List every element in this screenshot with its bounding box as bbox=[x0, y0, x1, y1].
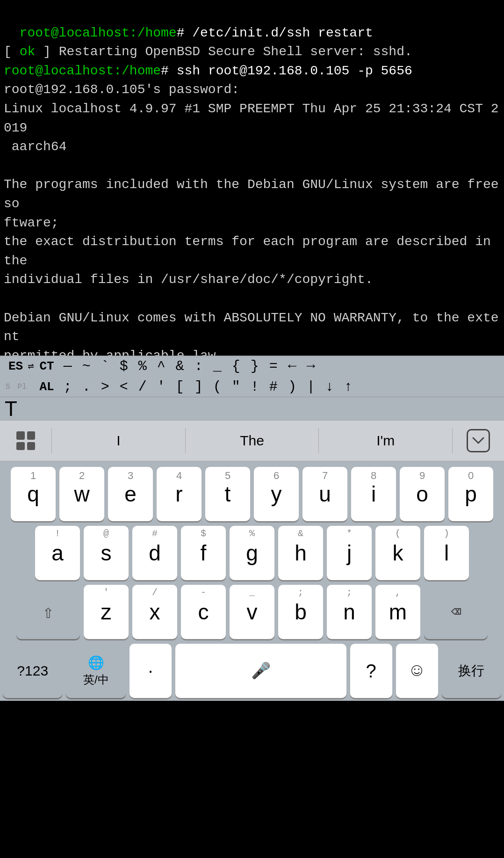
key-q[interactable]: 1 q bbox=[11, 467, 56, 521]
keyboard: 1 q 2 w 3 e 4 r 5 t 6 y 7 u 8 i bbox=[0, 461, 504, 701]
key-k[interactable]: ( k bbox=[375, 526, 420, 580]
suggestion-grid[interactable] bbox=[0, 421, 51, 461]
key-e[interactable]: 3 e bbox=[108, 467, 153, 521]
key-s[interactable]: @ s bbox=[84, 526, 129, 580]
prompt-1: root@localhost:/home bbox=[20, 26, 177, 40]
key-n[interactable]: ; n bbox=[327, 585, 372, 639]
es-label: ES bbox=[5, 359, 27, 373]
key-g[interactable]: % g bbox=[230, 526, 274, 580]
key-row-bottom: ?123 🌐 英/中 · 🎤 ? ☺ 换行 bbox=[3, 644, 501, 698]
key-a[interactable]: ! a bbox=[35, 526, 80, 580]
key-x[interactable]: / x bbox=[132, 585, 177, 639]
key-row-3: ⇧ ' z / x - c _ v ; b ; n , m bbox=[3, 585, 501, 639]
key-123[interactable]: ?123 bbox=[3, 644, 62, 698]
special-char-bar: ES ⇌ S Pl CT — ~ ` $ % ^ & : _ { } = ← →… bbox=[0, 356, 504, 397]
key-m[interactable]: , m bbox=[375, 585, 420, 639]
key-emoji[interactable]: ☺ bbox=[396, 644, 438, 698]
key-t[interactable]: 5 t bbox=[205, 467, 250, 521]
delete-icon: ⌫ bbox=[451, 602, 461, 622]
key-j[interactable]: * j bbox=[327, 526, 372, 580]
suggestion-bar: I The I'm bbox=[0, 420, 504, 461]
key-lang[interactable]: 🌐 英/中 bbox=[66, 644, 125, 698]
key-v[interactable]: _ v bbox=[230, 585, 274, 639]
key-i[interactable]: 8 i bbox=[351, 467, 396, 521]
suggestion-i[interactable]: I bbox=[52, 421, 185, 461]
key-b[interactable]: ; b bbox=[278, 585, 323, 639]
mic-icon: 🎤 bbox=[251, 661, 271, 681]
lang-text: 英/中 bbox=[83, 672, 109, 687]
key-w[interactable]: 2 w bbox=[59, 467, 104, 521]
key-d[interactable]: # d bbox=[132, 526, 177, 580]
key-y[interactable]: 6 y bbox=[254, 467, 299, 521]
chevron-down-icon bbox=[467, 429, 490, 452]
key-question[interactable]: ? bbox=[350, 644, 392, 698]
key-c[interactable]: - c bbox=[181, 585, 226, 639]
terminal-output: root@localhost:/home# /etc/init.d/ssh re… bbox=[0, 0, 504, 356]
key-u[interactable]: 7 u bbox=[302, 467, 347, 521]
key-f[interactable]: $ f bbox=[181, 526, 226, 580]
suggestion-the[interactable]: The bbox=[186, 421, 319, 461]
special-row-1: CT — ~ ` $ % ^ & : _ { } = ← → bbox=[36, 356, 499, 377]
prompt-2: root@localhost:/home bbox=[4, 64, 161, 78]
partial-key-row: T bbox=[0, 397, 504, 420]
key-row-2: ! a @ s # d $ f % g & h * j ( k bbox=[3, 526, 501, 580]
suggestion-chevron[interactable] bbox=[453, 421, 504, 461]
key-p[interactable]: 0 p bbox=[448, 467, 493, 521]
key-return[interactable]: 换行 bbox=[442, 644, 501, 698]
globe-icon: 🌐 bbox=[88, 655, 104, 670]
suggestion-im[interactable]: I'm bbox=[319, 421, 452, 461]
delete-key[interactable]: ⌫ bbox=[424, 585, 488, 639]
key-dot[interactable]: · bbox=[130, 644, 172, 698]
key-space[interactable]: 🎤 bbox=[175, 644, 346, 698]
key-r[interactable]: 4 r bbox=[157, 467, 202, 521]
shift-icon: ⇧ bbox=[43, 601, 54, 624]
key-h[interactable]: & h bbox=[278, 526, 323, 580]
key-z[interactable]: ' z bbox=[84, 585, 129, 639]
key-row-1: 1 q 2 w 3 e 4 r 5 t 6 y 7 u 8 i bbox=[3, 467, 501, 521]
key-o[interactable]: 9 o bbox=[400, 467, 445, 521]
special-row-2: AL ; . > < / ' [ ] ( " ! # ) | ↓ ↑ bbox=[36, 377, 499, 397]
key-l[interactable]: ) l bbox=[424, 526, 469, 580]
grid-icon bbox=[16, 431, 35, 450]
shift-key[interactable]: ⇧ bbox=[16, 585, 80, 639]
